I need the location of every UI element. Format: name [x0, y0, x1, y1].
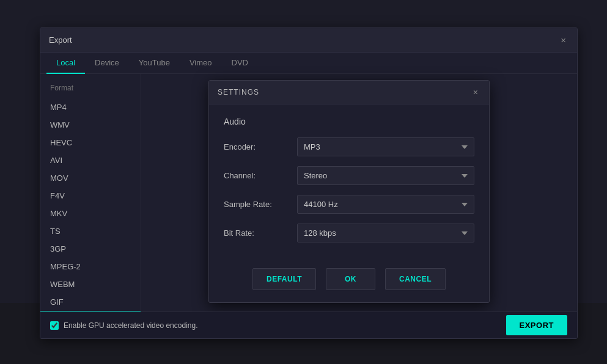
tab-youtube[interactable]: YouTube: [129, 53, 180, 74]
sidebar-item-hevc[interactable]: HEVC: [40, 134, 141, 151]
sidebar-item-3gp[interactable]: 3GP: [40, 240, 141, 258]
cancel-button[interactable]: CANCEL: [385, 268, 446, 290]
settings-title: SETTINGS: [218, 88, 259, 96]
tab-vimeo[interactable]: Vimeo: [180, 53, 222, 74]
sidebar-item-f4v[interactable]: F4V: [40, 187, 141, 205]
sample-rate-select[interactable]: 44100 Hz 22050 Hz 48000 Hz: [297, 195, 474, 214]
settings-body: Audio Encoder: MP3 AAC WAV OGG Channe: [209, 104, 489, 262]
bit-rate-row: Bit Rate: 128 kbps 192 kbps 256 kbps 320…: [224, 224, 474, 242]
export-title: Export: [49, 35, 72, 45]
settings-section-audio: Audio: [224, 117, 474, 126]
sidebar-item-mpeg2[interactable]: MPEG-2: [40, 258, 141, 275]
export-close-button[interactable]: ×: [558, 34, 568, 46]
gpu-checkbox[interactable]: [50, 321, 59, 330]
sample-rate-row: Sample Rate: 44100 Hz 22050 Hz 48000 Hz: [224, 195, 474, 214]
settings-footer: DEFAULT OK CANCEL: [209, 262, 489, 302]
sidebar-item-avi[interactable]: AVI: [40, 151, 141, 169]
bottom-bar: Enable GPU accelerated video encoding. E…: [40, 311, 577, 338]
tab-local[interactable]: Local: [46, 53, 85, 74]
sample-rate-label: Sample Rate:: [224, 200, 297, 209]
bit-rate-select[interactable]: 128 kbps 192 kbps 256 kbps 320 kbps: [297, 224, 474, 242]
encoder-row: Encoder: MP3 AAC WAV OGG: [224, 137, 474, 156]
sidebar-item-mkv[interactable]: MKV: [40, 205, 141, 222]
default-button[interactable]: DEFAULT: [252, 268, 316, 290]
ok-button[interactable]: OK: [326, 268, 375, 290]
main-area: SETTINGS × Audio Encoder: MP3 AAC WAV OG…: [141, 74, 577, 335]
tab-dvd[interactable]: DVD: [222, 53, 258, 74]
bit-rate-label: Bit Rate:: [224, 228, 297, 238]
tab-device[interactable]: Device: [85, 53, 129, 74]
sidebar-item-webm[interactable]: WEBM: [40, 275, 141, 293]
export-dialog: Export × Local Device YouTube Vimeo DVD …: [40, 27, 578, 339]
sidebar-item-mp4[interactable]: MP4: [40, 98, 141, 116]
channel-row: Channel: Stereo Mono: [224, 166, 474, 185]
gpu-label: Enable GPU accelerated video encoding.: [64, 321, 197, 330]
settings-close-button[interactable]: ×: [471, 87, 480, 98]
format-header: Format: [40, 80, 141, 96]
sidebar-item-gif[interactable]: GIF: [40, 293, 141, 311]
sidebar-item-mov[interactable]: MOV: [40, 169, 141, 187]
encoder-select[interactable]: MP3 AAC WAV OGG: [297, 137, 474, 156]
export-titlebar: Export ×: [40, 28, 577, 53]
settings-titlebar: SETTINGS ×: [209, 81, 489, 104]
channel-label: Channel:: [224, 171, 297, 180]
sidebar-item-ts[interactable]: TS: [40, 222, 141, 240]
format-sidebar: Format MP4 WMV HEVC AVI MOV F4V MKV TS 3…: [40, 74, 141, 335]
gpu-checkbox-area: Enable GPU accelerated video encoding.: [50, 321, 197, 330]
tabs-bar: Local Device YouTube Vimeo DVD: [40, 53, 577, 74]
export-button[interactable]: EXPORT: [506, 315, 567, 335]
settings-dialog: SETTINGS × Audio Encoder: MP3 AAC WAV OG…: [208, 80, 490, 303]
sidebar-item-wmv[interactable]: WMV: [40, 116, 141, 134]
channel-select[interactable]: Stereo Mono: [297, 166, 474, 185]
encoder-label: Encoder:: [224, 142, 297, 151]
content-area: Format MP4 WMV HEVC AVI MOV F4V MKV TS 3…: [40, 74, 577, 335]
